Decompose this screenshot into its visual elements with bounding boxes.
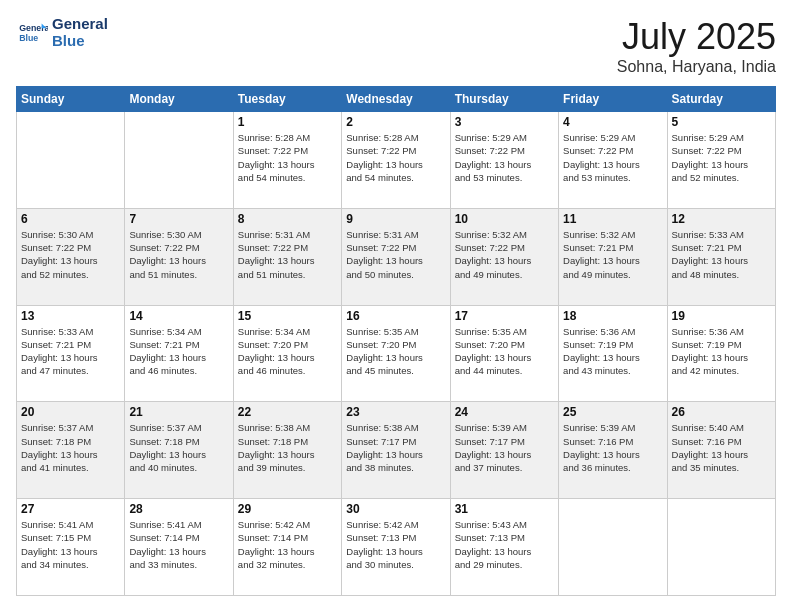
calendar-cell: 9Sunrise: 5:31 AM Sunset: 7:22 PM Daylig… — [342, 208, 450, 305]
calendar-cell: 29Sunrise: 5:42 AM Sunset: 7:14 PM Dayli… — [233, 499, 341, 596]
day-number: 21 — [129, 405, 228, 419]
logo: General Blue General Blue — [16, 16, 108, 49]
month-title: July 2025 — [617, 16, 776, 58]
day-number: 15 — [238, 309, 337, 323]
day-info: Sunrise: 5:35 AM Sunset: 7:20 PM Dayligh… — [455, 325, 554, 378]
weekday-header-wednesday: Wednesday — [342, 87, 450, 112]
day-number: 20 — [21, 405, 120, 419]
day-number: 1 — [238, 115, 337, 129]
calendar-cell: 20Sunrise: 5:37 AM Sunset: 7:18 PM Dayli… — [17, 402, 125, 499]
calendar-cell: 28Sunrise: 5:41 AM Sunset: 7:14 PM Dayli… — [125, 499, 233, 596]
day-info: Sunrise: 5:29 AM Sunset: 7:22 PM Dayligh… — [455, 131, 554, 184]
calendar-cell: 6Sunrise: 5:30 AM Sunset: 7:22 PM Daylig… — [17, 208, 125, 305]
day-number: 4 — [563, 115, 662, 129]
day-number: 29 — [238, 502, 337, 516]
calendar-cell — [17, 112, 125, 209]
day-number: 16 — [346, 309, 445, 323]
calendar-cell: 12Sunrise: 5:33 AM Sunset: 7:21 PM Dayli… — [667, 208, 775, 305]
day-number: 7 — [129, 212, 228, 226]
calendar-cell: 21Sunrise: 5:37 AM Sunset: 7:18 PM Dayli… — [125, 402, 233, 499]
day-number: 17 — [455, 309, 554, 323]
day-info: Sunrise: 5:32 AM Sunset: 7:21 PM Dayligh… — [563, 228, 662, 281]
day-info: Sunrise: 5:29 AM Sunset: 7:22 PM Dayligh… — [563, 131, 662, 184]
calendar-cell: 8Sunrise: 5:31 AM Sunset: 7:22 PM Daylig… — [233, 208, 341, 305]
calendar-cell: 17Sunrise: 5:35 AM Sunset: 7:20 PM Dayli… — [450, 305, 558, 402]
day-number: 3 — [455, 115, 554, 129]
calendar-cell: 30Sunrise: 5:42 AM Sunset: 7:13 PM Dayli… — [342, 499, 450, 596]
day-number: 24 — [455, 405, 554, 419]
day-info: Sunrise: 5:33 AM Sunset: 7:21 PM Dayligh… — [672, 228, 771, 281]
day-number: 11 — [563, 212, 662, 226]
day-number: 5 — [672, 115, 771, 129]
day-number: 2 — [346, 115, 445, 129]
day-number: 19 — [672, 309, 771, 323]
calendar-cell: 16Sunrise: 5:35 AM Sunset: 7:20 PM Dayli… — [342, 305, 450, 402]
calendar-cell: 27Sunrise: 5:41 AM Sunset: 7:15 PM Dayli… — [17, 499, 125, 596]
day-info: Sunrise: 5:34 AM Sunset: 7:21 PM Dayligh… — [129, 325, 228, 378]
day-info: Sunrise: 5:28 AM Sunset: 7:22 PM Dayligh… — [346, 131, 445, 184]
day-info: Sunrise: 5:36 AM Sunset: 7:19 PM Dayligh… — [672, 325, 771, 378]
calendar-cell: 19Sunrise: 5:36 AM Sunset: 7:19 PM Dayli… — [667, 305, 775, 402]
weekday-header-monday: Monday — [125, 87, 233, 112]
day-info: Sunrise: 5:34 AM Sunset: 7:20 PM Dayligh… — [238, 325, 337, 378]
day-number: 28 — [129, 502, 228, 516]
weekday-header-tuesday: Tuesday — [233, 87, 341, 112]
day-info: Sunrise: 5:31 AM Sunset: 7:22 PM Dayligh… — [238, 228, 337, 281]
calendar-cell: 18Sunrise: 5:36 AM Sunset: 7:19 PM Dayli… — [559, 305, 667, 402]
day-info: Sunrise: 5:29 AM Sunset: 7:22 PM Dayligh… — [672, 131, 771, 184]
day-info: Sunrise: 5:36 AM Sunset: 7:19 PM Dayligh… — [563, 325, 662, 378]
day-number: 22 — [238, 405, 337, 419]
day-number: 30 — [346, 502, 445, 516]
calendar-cell: 31Sunrise: 5:43 AM Sunset: 7:13 PM Dayli… — [450, 499, 558, 596]
location-title: Sohna, Haryana, India — [617, 58, 776, 76]
calendar-cell: 11Sunrise: 5:32 AM Sunset: 7:21 PM Dayli… — [559, 208, 667, 305]
day-info: Sunrise: 5:42 AM Sunset: 7:13 PM Dayligh… — [346, 518, 445, 571]
calendar-table: SundayMondayTuesdayWednesdayThursdayFrid… — [16, 86, 776, 596]
logo-text: General Blue — [52, 16, 108, 49]
day-info: Sunrise: 5:35 AM Sunset: 7:20 PM Dayligh… — [346, 325, 445, 378]
day-info: Sunrise: 5:41 AM Sunset: 7:14 PM Dayligh… — [129, 518, 228, 571]
day-number: 6 — [21, 212, 120, 226]
day-number: 12 — [672, 212, 771, 226]
calendar-cell: 15Sunrise: 5:34 AM Sunset: 7:20 PM Dayli… — [233, 305, 341, 402]
calendar-cell: 2Sunrise: 5:28 AM Sunset: 7:22 PM Daylig… — [342, 112, 450, 209]
day-number: 31 — [455, 502, 554, 516]
day-number: 14 — [129, 309, 228, 323]
day-number: 13 — [21, 309, 120, 323]
calendar-cell: 7Sunrise: 5:30 AM Sunset: 7:22 PM Daylig… — [125, 208, 233, 305]
calendar-cell: 14Sunrise: 5:34 AM Sunset: 7:21 PM Dayli… — [125, 305, 233, 402]
page: General Blue General Blue July 2025 Sohn… — [0, 0, 792, 612]
calendar-cell: 24Sunrise: 5:39 AM Sunset: 7:17 PM Dayli… — [450, 402, 558, 499]
day-info: Sunrise: 5:37 AM Sunset: 7:18 PM Dayligh… — [129, 421, 228, 474]
header: General Blue General Blue July 2025 Sohn… — [16, 16, 776, 76]
day-number: 23 — [346, 405, 445, 419]
calendar-cell: 3Sunrise: 5:29 AM Sunset: 7:22 PM Daylig… — [450, 112, 558, 209]
day-info: Sunrise: 5:41 AM Sunset: 7:15 PM Dayligh… — [21, 518, 120, 571]
calendar-cell: 5Sunrise: 5:29 AM Sunset: 7:22 PM Daylig… — [667, 112, 775, 209]
day-info: Sunrise: 5:40 AM Sunset: 7:16 PM Dayligh… — [672, 421, 771, 474]
logo-icon: General Blue — [16, 17, 48, 49]
calendar-cell: 23Sunrise: 5:38 AM Sunset: 7:17 PM Dayli… — [342, 402, 450, 499]
calendar-cell — [125, 112, 233, 209]
day-info: Sunrise: 5:30 AM Sunset: 7:22 PM Dayligh… — [129, 228, 228, 281]
day-info: Sunrise: 5:38 AM Sunset: 7:18 PM Dayligh… — [238, 421, 337, 474]
weekday-header-thursday: Thursday — [450, 87, 558, 112]
day-info: Sunrise: 5:38 AM Sunset: 7:17 PM Dayligh… — [346, 421, 445, 474]
day-info: Sunrise: 5:37 AM Sunset: 7:18 PM Dayligh… — [21, 421, 120, 474]
day-info: Sunrise: 5:30 AM Sunset: 7:22 PM Dayligh… — [21, 228, 120, 281]
day-number: 8 — [238, 212, 337, 226]
weekday-header-friday: Friday — [559, 87, 667, 112]
day-number: 25 — [563, 405, 662, 419]
day-number: 18 — [563, 309, 662, 323]
calendar-cell — [559, 499, 667, 596]
day-info: Sunrise: 5:39 AM Sunset: 7:17 PM Dayligh… — [455, 421, 554, 474]
day-info: Sunrise: 5:42 AM Sunset: 7:14 PM Dayligh… — [238, 518, 337, 571]
calendar-cell: 1Sunrise: 5:28 AM Sunset: 7:22 PM Daylig… — [233, 112, 341, 209]
day-number: 10 — [455, 212, 554, 226]
calendar-cell: 26Sunrise: 5:40 AM Sunset: 7:16 PM Dayli… — [667, 402, 775, 499]
day-number: 9 — [346, 212, 445, 226]
day-info: Sunrise: 5:32 AM Sunset: 7:22 PM Dayligh… — [455, 228, 554, 281]
day-info: Sunrise: 5:39 AM Sunset: 7:16 PM Dayligh… — [563, 421, 662, 474]
svg-text:Blue: Blue — [19, 33, 38, 43]
calendar-cell: 10Sunrise: 5:32 AM Sunset: 7:22 PM Dayli… — [450, 208, 558, 305]
